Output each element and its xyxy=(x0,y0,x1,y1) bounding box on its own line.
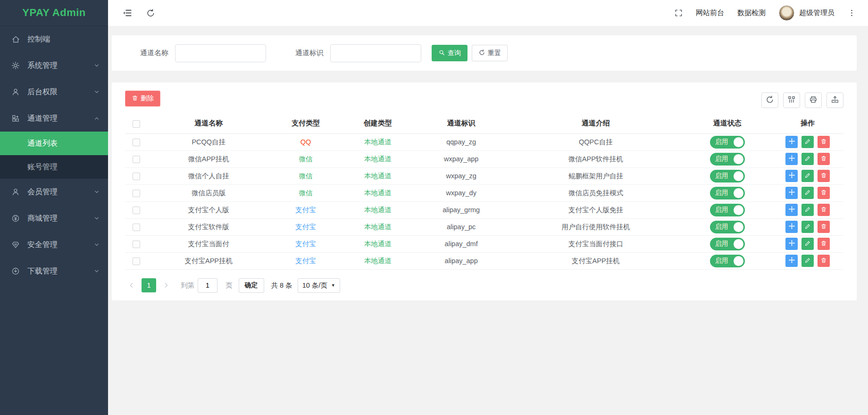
app-logo: YPAY Admin xyxy=(0,0,108,26)
move-row-button[interactable] xyxy=(785,187,798,199)
prev-page-button[interactable] xyxy=(125,278,138,292)
jump-page-input[interactable] xyxy=(198,278,217,293)
bulk-delete-button[interactable]: 删除 xyxy=(125,91,160,107)
row-checkbox[interactable] xyxy=(133,207,140,214)
columns-button[interactable] xyxy=(783,92,800,108)
edit-row-button[interactable] xyxy=(801,238,814,250)
delete-row-button[interactable] xyxy=(818,187,830,199)
delete-row-button[interactable] xyxy=(818,153,830,165)
status-toggle[interactable]: 启用 xyxy=(710,221,745,233)
create-type[interactable]: 本地通道 xyxy=(364,257,392,265)
pay-type[interactable]: 微信 xyxy=(299,189,312,197)
edit-row-button[interactable] xyxy=(801,204,814,216)
per-page-select[interactable]: 10 条/页 ▼ xyxy=(298,278,340,293)
row-checkbox[interactable] xyxy=(133,190,140,197)
kebab-menu-icon[interactable] xyxy=(848,9,856,17)
move-icon xyxy=(788,138,795,146)
page-number[interactable]: 1 xyxy=(142,278,156,292)
pay-type[interactable]: 微信 xyxy=(299,172,312,180)
delete-row-button[interactable] xyxy=(818,238,830,250)
edit-row-button[interactable] xyxy=(801,221,814,233)
status-toggle[interactable]: 启用 xyxy=(710,170,745,183)
status-toggle[interactable]: 启用 xyxy=(710,238,745,250)
sidebar-subitem-channel-list[interactable]: 通道列表 xyxy=(0,132,108,155)
menu-fold-icon[interactable] xyxy=(122,8,132,18)
sidebar-item-security[interactable]: 安全管理 xyxy=(0,232,108,258)
user-menu[interactable]: 超级管理员 xyxy=(779,5,835,21)
export-button[interactable] xyxy=(826,92,843,108)
channel-name-input[interactable] xyxy=(175,44,266,62)
move-row-button[interactable] xyxy=(785,255,798,267)
channel-code-input[interactable] xyxy=(330,44,421,62)
status-toggle[interactable]: 启用 xyxy=(710,136,745,149)
select-all-checkbox[interactable] xyxy=(133,120,140,128)
sidebar-item-console[interactable]: 控制端 xyxy=(0,26,108,52)
sidebar-item-channel[interactable]: 通道管理 xyxy=(0,105,108,132)
row-checkbox[interactable] xyxy=(133,156,140,163)
create-type[interactable]: 本地通道 xyxy=(364,240,392,248)
delete-row-button[interactable] xyxy=(818,204,830,216)
move-row-button[interactable] xyxy=(785,136,798,148)
delete-row-button[interactable] xyxy=(818,136,830,148)
edit-row-button[interactable] xyxy=(801,153,814,165)
status-toggle[interactable]: 启用 xyxy=(710,153,745,166)
row-checkbox[interactable] xyxy=(133,139,140,146)
move-row-button[interactable] xyxy=(785,204,798,216)
row-checkbox[interactable] xyxy=(133,257,140,265)
row-checkbox[interactable] xyxy=(133,224,140,231)
data-monitor-link[interactable]: 数据检测 xyxy=(737,8,766,17)
pay-type[interactable]: 微信 xyxy=(299,155,312,163)
delete-row-button[interactable] xyxy=(818,255,830,267)
move-icon xyxy=(788,206,795,214)
sidebar-subitem-account-manage[interactable]: 账号管理 xyxy=(0,155,108,179)
status-toggle[interactable]: 启用 xyxy=(710,255,745,267)
status-toggle[interactable]: 启用 xyxy=(710,187,745,199)
move-row-button[interactable] xyxy=(785,170,798,182)
pay-type[interactable]: QQ xyxy=(300,138,311,146)
next-page-button[interactable] xyxy=(159,278,173,292)
row-checkbox[interactable] xyxy=(133,241,140,248)
edit-row-button[interactable] xyxy=(801,187,814,199)
create-type[interactable]: 本地通道 xyxy=(364,189,392,197)
refresh-page-icon[interactable] xyxy=(146,8,155,17)
create-type[interactable]: 本地通道 xyxy=(364,206,392,214)
row-checkbox[interactable] xyxy=(133,173,140,180)
create-type[interactable]: 本地通道 xyxy=(364,155,392,163)
delete-row-button[interactable] xyxy=(818,221,830,233)
pay-type[interactable]: 支付宝 xyxy=(295,240,316,248)
fullscreen-icon[interactable] xyxy=(675,9,683,17)
search-icon xyxy=(438,49,445,58)
reset-button[interactable]: 重置 xyxy=(472,45,508,61)
jump-confirm-button[interactable]: 确定 xyxy=(239,278,264,293)
move-icon xyxy=(788,223,795,231)
move-row-button[interactable] xyxy=(785,221,798,233)
edit-row-button[interactable] xyxy=(801,170,814,182)
table-row: 支付宝当面付支付宝本地通道alipay_dmf支付宝当面付接口启用 xyxy=(125,235,843,252)
edit-row-button[interactable] xyxy=(801,255,814,267)
refresh-button[interactable] xyxy=(761,92,778,108)
move-row-button[interactable] xyxy=(785,238,798,250)
pencil-icon xyxy=(804,223,811,231)
chevron-down-icon xyxy=(94,63,100,68)
sidebar-item-system[interactable]: 系统管理 xyxy=(0,52,108,79)
create-type[interactable]: 本地通道 xyxy=(364,172,392,180)
pencil-icon xyxy=(804,172,811,180)
move-row-button[interactable] xyxy=(785,153,798,165)
pay-type[interactable]: 支付宝 xyxy=(295,257,316,265)
sidebar-item-download[interactable]: 下载管理 xyxy=(0,258,108,284)
sidebar-item-admin-auth[interactable]: 后台权限 xyxy=(0,79,108,105)
pay-type[interactable]: 支付宝 xyxy=(295,206,316,214)
print-button[interactable] xyxy=(805,92,822,108)
delete-row-button[interactable] xyxy=(818,170,830,182)
site-front-link[interactable]: 网站前台 xyxy=(696,8,724,17)
sidebar-item-member[interactable]: 会员管理 xyxy=(0,179,108,205)
channel-name-label: 通道名称 xyxy=(140,49,168,58)
create-type[interactable]: 本地通道 xyxy=(364,223,392,231)
sidebar-item-mall[interactable]: 商城管理 xyxy=(0,205,108,232)
status-toggle[interactable]: 启用 xyxy=(710,204,745,216)
pay-type[interactable]: 支付宝 xyxy=(295,223,316,231)
edit-row-button[interactable] xyxy=(801,136,814,148)
search-button[interactable]: 查询 xyxy=(432,45,467,61)
create-type[interactable]: 本地通道 xyxy=(364,138,392,146)
caret-down-icon: ▼ xyxy=(331,283,335,288)
